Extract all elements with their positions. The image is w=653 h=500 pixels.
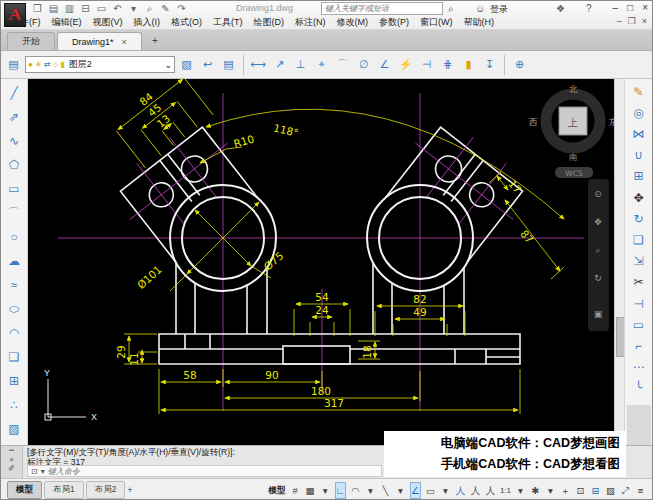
edit-icon[interactable]: ✎ <box>159 2 172 15</box>
fillet-tool-icon[interactable]: ╰ <box>628 378 650 399</box>
doc-minimize-button[interactable]: – <box>617 16 622 26</box>
array-tool-icon[interactable]: ⊞ <box>628 166 650 187</box>
maximize-button[interactable]: □ <box>627 2 633 13</box>
trim-tool-icon[interactable]: ✂ <box>628 272 650 293</box>
new-file-icon[interactable]: ▭ <box>95 2 108 15</box>
layer-dropdown[interactable]: ● ☀ ⇄ ⬦ ▮ 图层2 ⌄ <box>25 56 175 73</box>
tab-model[interactable]: 模型 <box>7 481 42 499</box>
login-link[interactable]: 登录 <box>490 3 508 16</box>
scale-value[interactable]: 1:1 <box>500 483 511 498</box>
chamfer-tool-icon[interactable]: ⌐ <box>628 335 650 356</box>
make-layer-current-icon[interactable]: ▧ <box>177 55 196 75</box>
viewcube[interactable]: 上 北 南 西 东 WCS <box>529 84 614 178</box>
circle-tool-icon[interactable]: ○ <box>3 225 25 249</box>
xline-tool-icon[interactable]: ⇗ <box>3 105 25 129</box>
plot-icon[interactable]: ⊟ <box>590 483 601 498</box>
user-icon[interactable]: ☺ <box>475 2 485 15</box>
workspace-gear-icon[interactable]: ✱ <box>530 483 541 498</box>
dim-arc-icon[interactable]: ⌒ <box>333 55 352 75</box>
layer-previous-icon[interactable]: ↩ <box>198 55 217 75</box>
scale-dropdown-icon[interactable]: ▾ <box>515 483 526 498</box>
command-input[interactable] <box>48 467 378 476</box>
menu-draw[interactable]: 绘图(D) <box>254 16 285 29</box>
isodraft-toggle-icon[interactable]: ╲ <box>380 483 391 498</box>
point-tool-icon[interactable]: ∴ <box>3 393 25 417</box>
help-icon[interactable]: ? <box>586 2 592 15</box>
offset-tool-icon[interactable]: ∪ <box>628 145 650 166</box>
menu-window[interactable]: 窗口(W) <box>420 16 453 29</box>
new-tab-button[interactable]: + <box>148 34 162 48</box>
crosshair-icon[interactable]: ＋ <box>560 483 571 498</box>
add-layout-button[interactable]: + <box>127 485 132 495</box>
ellipse-arc-tool-icon[interactable]: ◠ <box>3 321 25 345</box>
drawing-canvas[interactable]: 84 45 13 R10 118° Ø75 Ø101 54 24 82 49 1… <box>28 79 614 445</box>
menu-dimension[interactable]: 标注(N) <box>295 16 326 29</box>
hatch-tool-icon[interactable]: ▨ <box>3 417 25 441</box>
insert-block-tool-icon[interactable]: ❏ <box>3 345 25 369</box>
dim-ordinate-icon[interactable]: ⊥ <box>291 55 310 75</box>
customize-menu-icon[interactable]: ≡ <box>635 483 646 498</box>
snap-toggle-icon[interactable]: ▦ <box>305 483 316 498</box>
menu-file[interactable]: 文件(F) <box>11 16 41 29</box>
menu-edit[interactable]: 编辑(E) <box>52 16 82 29</box>
join-tool-icon[interactable]: ⋯ <box>628 357 650 378</box>
command-input-row[interactable]: ⊡ ▾ <box>27 465 382 477</box>
layer-color-swatch[interactable]: ▮ <box>60 60 64 69</box>
polyline-tool-icon[interactable]: ∿ <box>3 129 25 153</box>
doc-restore-button[interactable]: ❐ <box>628 16 636 26</box>
move-tool-icon[interactable]: ✥ <box>628 187 650 208</box>
grid-toggle-icon[interactable]: # <box>290 483 301 498</box>
menu-help[interactable]: 帮助(H) <box>464 16 495 29</box>
erase-tool-icon[interactable]: ✎ <box>628 81 650 102</box>
save-as-icon[interactable]: ▥ <box>63 2 76 15</box>
layer-freeze-icon[interactable]: ☀ <box>35 60 42 69</box>
command-grip-icon[interactable]: ┉ <box>9 446 14 455</box>
make-block-tool-icon[interactable]: ⊞ <box>3 369 25 393</box>
menu-format[interactable]: 格式(O) <box>171 16 202 29</box>
polar-toggle-icon[interactable]: ◠ <box>350 483 361 498</box>
layer-dropdown-arrow-icon[interactable]: ⌄ <box>164 60 172 70</box>
polar-dropdown-icon[interactable]: ▾ <box>365 483 376 498</box>
image-icon[interactable]: ▨ <box>605 483 616 498</box>
dim-continue-icon[interactable]: ⋕ <box>438 55 457 75</box>
open-icon[interactable]: ❒ <box>31 2 44 15</box>
command-close-icon[interactable]: × <box>9 455 14 464</box>
mirror-tool-icon[interactable]: ⋈ <box>628 123 650 144</box>
layer-manager-icon[interactable]: ▤ <box>219 55 238 75</box>
command-dropdown-icon[interactable]: ▾ <box>41 467 45 476</box>
dim-text-edit-icon[interactable]: ↧ <box>480 55 499 75</box>
cart-icon[interactable]: ❖ <box>556 2 565 15</box>
break-tool-icon[interactable]: ▭ <box>628 314 650 335</box>
dim-linear-icon[interactable]: ⟷ <box>249 55 268 75</box>
close-button[interactable]: × <box>642 2 648 13</box>
arc-tool-icon[interactable]: ⌒ <box>3 201 25 225</box>
revcloud-tool-icon[interactable]: ☁ <box>3 249 25 273</box>
layer-properties-icon[interactable]: ▤ <box>4 55 23 75</box>
dim-edit-icon[interactable]: ▮ <box>459 55 478 75</box>
redo-icon[interactable]: ↷ <box>175 2 188 15</box>
model-space-toggle[interactable]: 模型 <box>269 483 286 498</box>
tab-drawing1[interactable]: Drawing1* × <box>57 32 142 50</box>
quick-dim-icon[interactable]: ⚡ <box>396 55 415 75</box>
minimize-button[interactable]: – <box>613 2 619 13</box>
line-tool-icon[interactable]: ╱ <box>3 81 25 105</box>
doc-close-button[interactable]: × <box>642 16 647 26</box>
polygon-tool-icon[interactable]: ⬠ <box>3 153 25 177</box>
annotation-scale-icon[interactable]: 人 <box>485 483 496 498</box>
menu-insert[interactable]: 插入(I) <box>134 16 161 29</box>
layer-transfer-icon[interactable]: ⇄ <box>44 60 51 69</box>
dim-aligned-icon[interactable]: ↗ <box>270 55 289 75</box>
tab-start[interactable]: 开始 <box>7 32 55 50</box>
dim-diameter-icon[interactable]: ∅ <box>354 55 373 75</box>
menu-parametric[interactable]: 参数(P) <box>379 16 409 29</box>
command-options-icon[interactable]: ⊡ <box>31 467 38 476</box>
search-icon[interactable]: ⌕ <box>448 2 454 15</box>
dim-baseline-icon[interactable]: ⊣ <box>417 55 436 75</box>
osnap-toggle-icon[interactable]: ∠ <box>410 482 421 499</box>
autoscale-icon[interactable]: 人 <box>470 483 481 498</box>
tab-layout1[interactable]: 布局1 <box>44 481 84 499</box>
rectangle-tool-icon[interactable]: ▭ <box>3 177 25 201</box>
copy-tool-icon[interactable]: ◎ <box>628 102 650 123</box>
dim-angular-icon[interactable]: ∠ <box>375 55 394 75</box>
layer-on-icon[interactable]: ● <box>28 60 33 69</box>
